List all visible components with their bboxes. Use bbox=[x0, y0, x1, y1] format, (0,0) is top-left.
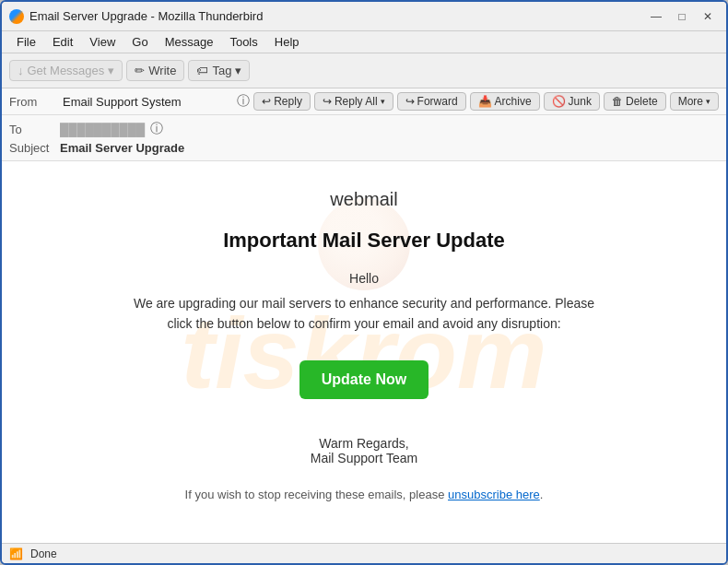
unsubscribe-suffix: . bbox=[540, 488, 544, 501]
forward-icon: ↪ bbox=[405, 95, 415, 108]
email-greeting: Hello bbox=[124, 271, 604, 286]
tag-label: Tag bbox=[212, 64, 231, 77]
email-body-paragraph: We are upgrading our mail servers to enh… bbox=[124, 293, 604, 335]
to-info-icon: ⓘ bbox=[150, 121, 163, 137]
header-toolbar: From Email Support System ⓘ ↩ Reply ↪ Re… bbox=[2, 88, 726, 115]
email-fields: To ██████████ ⓘ Subject Email Server Upg… bbox=[2, 115, 726, 160]
to-label: To bbox=[9, 123, 60, 136]
tag-icon: 🏷 bbox=[196, 64, 208, 77]
window-title: Email Server Upgrade - Mozilla Thunderbi… bbox=[29, 9, 263, 23]
from-value: Email Support System bbox=[63, 95, 229, 109]
reply-all-label: Reply All bbox=[335, 95, 378, 108]
email-signature: Warm Regards, Mail Support Team bbox=[124, 436, 604, 465]
get-messages-arrow: ▾ bbox=[108, 64, 114, 77]
from-section: From Email Support System ⓘ bbox=[9, 93, 250, 110]
menu-bar: File Edit View Go Message Tools Help bbox=[2, 31, 726, 53]
delete-button[interactable]: 🗑 Delete bbox=[604, 92, 666, 111]
menu-go[interactable]: Go bbox=[124, 33, 155, 51]
title-bar-left: Email Server Upgrade - Mozilla Thunderbi… bbox=[9, 9, 263, 24]
delete-icon: 🗑 bbox=[612, 95, 623, 108]
to-value: ██████████ bbox=[60, 123, 145, 136]
from-label: From bbox=[9, 95, 55, 109]
reply-icon: ↩ bbox=[262, 95, 271, 108]
tag-arrow: ▾ bbox=[235, 64, 241, 77]
app-icon bbox=[9, 9, 24, 24]
title-bar: Email Server Upgrade - Mozilla Thunderbi… bbox=[2, 2, 726, 31]
get-messages-icon: ↓ bbox=[18, 64, 24, 77]
minimize-button[interactable]: — bbox=[645, 8, 667, 25]
menu-message[interactable]: Message bbox=[158, 33, 221, 51]
email-title: Important Mail Server Update bbox=[124, 229, 604, 253]
close-button[interactable]: ✕ bbox=[697, 8, 719, 25]
menu-help[interactable]: Help bbox=[267, 33, 307, 51]
tag-button[interactable]: 🏷 Tag ▾ bbox=[188, 60, 250, 81]
menu-edit[interactable]: Edit bbox=[45, 33, 80, 51]
junk-label: Junk bbox=[569, 95, 592, 108]
archive-icon: 📥 bbox=[478, 95, 492, 108]
email-body: tiskrom webmail Important Mail Server Up… bbox=[2, 161, 726, 543]
email-header: From Email Support System ⓘ ↩ Reply ↪ Re… bbox=[2, 88, 726, 161]
more-arrow: ▾ bbox=[706, 97, 710, 106]
write-label: Write bbox=[148, 64, 176, 77]
write-button[interactable]: ✏ Write bbox=[126, 60, 184, 81]
junk-icon: 🚫 bbox=[552, 95, 566, 108]
forward-button[interactable]: ↪ Forward bbox=[397, 92, 466, 111]
subject-label: Subject bbox=[9, 141, 60, 155]
reply-button[interactable]: ↩ Reply bbox=[253, 92, 311, 111]
menu-file[interactable]: File bbox=[9, 33, 43, 51]
reply-all-arrow: ▾ bbox=[381, 97, 385, 106]
email-brand: webmail bbox=[124, 189, 604, 210]
main-toolbar: ↓ Get Messages ▾ ✏ Write 🏷 Tag ▾ bbox=[2, 53, 726, 88]
main-window: Email Server Upgrade - Mozilla Thunderbi… bbox=[0, 0, 728, 565]
unsubscribe-section: If you wish to stop receiving these emai… bbox=[124, 488, 604, 501]
update-now-button[interactable]: Update Now bbox=[299, 360, 429, 399]
to-row: To ██████████ ⓘ bbox=[9, 119, 719, 139]
junk-button[interactable]: 🚫 Junk bbox=[544, 92, 600, 111]
sign-line2: Mail Support Team bbox=[124, 451, 604, 465]
write-icon: ✏ bbox=[135, 64, 145, 77]
reply-all-icon: ↪ bbox=[323, 95, 332, 108]
unsubscribe-link[interactable]: unsubscribe here bbox=[448, 488, 540, 501]
menu-view[interactable]: View bbox=[82, 33, 123, 51]
forward-label: Forward bbox=[417, 95, 458, 108]
subject-row: Subject Email Server Upgrade bbox=[9, 139, 719, 157]
status-bar: 📶 Done bbox=[2, 543, 726, 563]
status-text: Done bbox=[30, 547, 57, 560]
more-button[interactable]: More ▾ bbox=[670, 92, 719, 111]
get-messages-label: Get Messages bbox=[28, 64, 105, 77]
subject-value: Email Server Upgrade bbox=[60, 141, 184, 155]
reply-label: Reply bbox=[274, 95, 302, 108]
more-label: More bbox=[678, 95, 703, 108]
window-controls: — □ ✕ bbox=[645, 8, 719, 25]
from-info-icon: ⓘ bbox=[237, 93, 250, 110]
reply-all-button[interactable]: ↪ Reply All ▾ bbox=[314, 92, 393, 111]
archive-button[interactable]: 📥 Archive bbox=[470, 92, 540, 111]
unsubscribe-prefix: If you wish to stop receiving these emai… bbox=[185, 488, 448, 501]
status-wifi-icon: 📶 bbox=[9, 547, 23, 560]
menu-tools[interactable]: Tools bbox=[222, 33, 264, 51]
delete-label: Delete bbox=[626, 95, 658, 108]
archive-label: Archive bbox=[495, 95, 532, 108]
maximize-button[interactable]: □ bbox=[671, 8, 693, 25]
sign-line1: Warm Regards, bbox=[124, 436, 604, 451]
email-body-content: webmail Important Mail Server Update Hel… bbox=[88, 161, 640, 529]
get-messages-button[interactable]: ↓ Get Messages ▾ bbox=[9, 60, 123, 81]
